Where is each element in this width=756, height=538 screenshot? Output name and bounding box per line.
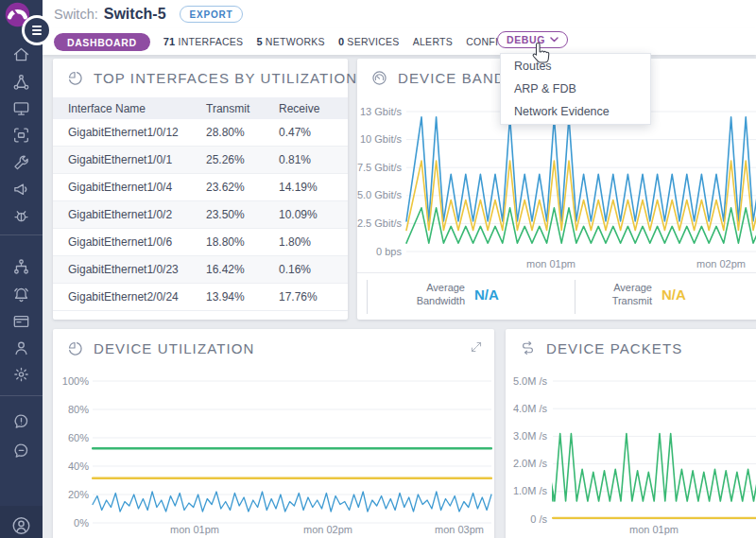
cell: 1.80% [279, 235, 348, 249]
svg-text:10 Gbit/s: 10 Gbit/s [360, 133, 403, 145]
menu-toggle-button[interactable] [25, 18, 49, 43]
svg-text:80%: 80% [68, 404, 89, 415]
tab-interfaces[interactable]: 71INTERFACES [163, 36, 244, 47]
cell: 28.80% [206, 126, 279, 139]
column-header: Transmit [206, 102, 279, 115]
app-window-icon[interactable] [11, 312, 31, 332]
scan-icon[interactable] [11, 126, 31, 146]
svg-text:mon 01pm: mon 01pm [526, 258, 576, 269]
tab-debug[interactable]: DEBUG [497, 31, 568, 48]
chevron-down-icon [550, 37, 558, 43]
panel-title: TOP INTERFACES BY UTILIZATION [94, 70, 357, 86]
svg-text:60%: 60% [68, 432, 89, 443]
packets-chart: 5.0M /s4.0M /s3.0M /s2.0M /s1.0M /s0 /sm… [506, 367, 756, 538]
hamburger-icon [32, 26, 42, 27]
debug-label: DEBUG [507, 34, 545, 45]
tab-networks[interactable]: 5NETWORKS [256, 36, 325, 47]
svg-text:20%: 20% [68, 489, 89, 500]
table-row[interactable]: GigabitEthernet2/0/2413.94%17.76% [53, 284, 348, 311]
cell: 17.76% [279, 290, 348, 304]
table-row[interactable]: GigabitEthernet1/0/618.80%1.80% [53, 229, 348, 256]
stat-divider [367, 280, 368, 314]
interfaces-table: Interface NameTransmitReceiveGigabitEthe… [53, 97, 348, 311]
device-packets-panel: DEVICE PACKETS 5.0M /s4.0M /s3.0M /s2.0M… [506, 329, 756, 538]
table-row[interactable]: GigabitEthernet1/0/223.50%10.09% [53, 201, 348, 229]
page-header: Switch: Switch-5 EXPORT [43, 0, 756, 28]
svg-text:mon 03pm: mon 03pm [435, 524, 484, 535]
sidebar [0, 0, 43, 538]
svg-text:3.0M /s: 3.0M /s [513, 430, 548, 442]
packets-icon [519, 339, 537, 357]
tab-services[interactable]: 0SERVICES [338, 36, 400, 47]
svg-text:mon 02pm: mon 02pm [303, 524, 352, 535]
svg-text:mon 01pm: mon 01pm [170, 524, 219, 535]
cell: GigabitEthernet1/0/4 [68, 181, 206, 194]
debug-menu-item[interactable]: ARP & FDB [501, 78, 650, 100]
svg-text:0 bps: 0 bps [376, 246, 402, 257]
export-button[interactable]: EXPORT [180, 6, 244, 23]
debug-menu-item[interactable]: Network Evidence [501, 100, 650, 123]
svg-text:5.0 Gbit/s: 5.0 Gbit/s [357, 189, 402, 200]
table-row[interactable]: GigabitEthernet1/0/2316.42%0.16% [53, 256, 348, 284]
cell: 23.50% [206, 208, 279, 221]
utilization-chart: 100%80%60%40%20%0%mon 01pmmon 02pmmon 03… [53, 367, 494, 538]
cell: GigabitEthernet1/0/12 [68, 126, 206, 139]
panel-title: DEVICE PACKETS [546, 340, 682, 356]
profile-icon[interactable] [10, 515, 32, 537]
sidebar-divider [0, 234, 43, 235]
svg-text:mon 02pm: mon 02pm [696, 258, 746, 269]
home-icon[interactable] [11, 45, 31, 65]
gear-icon[interactable] [11, 365, 31, 385]
bell-icon[interactable] [11, 286, 31, 305]
cell: 13.94% [206, 290, 279, 304]
stat-label: Average Transmit [582, 282, 652, 308]
share-nodes-icon[interactable] [11, 73, 31, 93]
svg-text:2.0M /s: 2.0M /s [513, 458, 548, 469]
svg-text:mon 01pm: mon 01pm [629, 524, 679, 535]
debug-menu-item[interactable]: Routes [501, 55, 650, 78]
bug-icon[interactable] [11, 206, 31, 226]
table-row[interactable]: GigabitEthernet1/0/423.62%14.19% [53, 174, 348, 201]
wrench-icon[interactable] [11, 153, 31, 173]
svg-text:100%: 100% [62, 375, 89, 387]
cell: 14.19% [279, 181, 348, 194]
pie-chart-icon [66, 339, 84, 357]
device-nav-tabs: DASHBOARD71INTERFACES5NETWORKS0SERVICESA… [43, 28, 756, 55]
app-window: Switch: Switch-5 EXPORT DASHBOARD71INTER… [0, 0, 756, 538]
svg-text:13 Gbit/s: 13 Gbit/s [360, 106, 403, 117]
svg-text:1.0M /s: 1.0M /s [513, 485, 548, 496]
panel-title: DEVICE UTILIZATION [94, 340, 254, 356]
user-icon[interactable] [11, 338, 31, 358]
monitor-icon[interactable] [11, 99, 31, 119]
cell: 10.09% [279, 208, 348, 221]
column-header: Receive [279, 102, 348, 115]
svg-text:5.0M /s: 5.0M /s [513, 375, 548, 387]
sitemap-icon[interactable] [11, 257, 31, 277]
tab-alerts[interactable]: ALERTS [413, 36, 453, 47]
megaphone-icon[interactable] [11, 180, 31, 200]
stat-value: N/A [662, 286, 686, 303]
cell: 18.80% [206, 235, 279, 249]
debug-dropdown-menu: RoutesARP & FDBNetwork Evidence [500, 53, 651, 125]
pie-chart-icon [66, 69, 84, 87]
cell: 25.26% [206, 153, 279, 166]
cell: GigabitEthernet1/0/1 [68, 153, 206, 166]
expand-icon[interactable] [470, 340, 483, 354]
svg-text:0 /s: 0 /s [530, 513, 547, 525]
chat-alert-icon[interactable] [11, 412, 31, 432]
cell: 23.62% [206, 181, 279, 194]
svg-text:40%: 40% [68, 460, 89, 472]
bandwidth-stats: Average BandwidthN/AAverage TransmitN/A [357, 272, 756, 321]
table-header-row: Interface NameTransmitReceive [53, 97, 348, 119]
chat-dots-icon[interactable] [11, 442, 31, 461]
svg-text:0%: 0% [74, 517, 89, 529]
bandwidth-chart: 13 Gbit/s10 Gbit/s7.5 Gbit/s5.0 Gbit/s2.… [357, 96, 756, 286]
cell: GigabitEthernet1/0/23 [68, 263, 206, 276]
stat-label: Average Bandwidth [395, 282, 465, 308]
sidebar-divider [0, 395, 43, 396]
table-row[interactable]: GigabitEthernet1/0/125.26%0.81% [53, 147, 348, 174]
tab-dashboard[interactable]: DASHBOARD [54, 33, 150, 51]
table-row[interactable]: GigabitEthernet1/0/1228.80%0.47% [53, 119, 348, 147]
gauge-icon [370, 69, 388, 87]
cell: 0.16% [279, 263, 348, 276]
